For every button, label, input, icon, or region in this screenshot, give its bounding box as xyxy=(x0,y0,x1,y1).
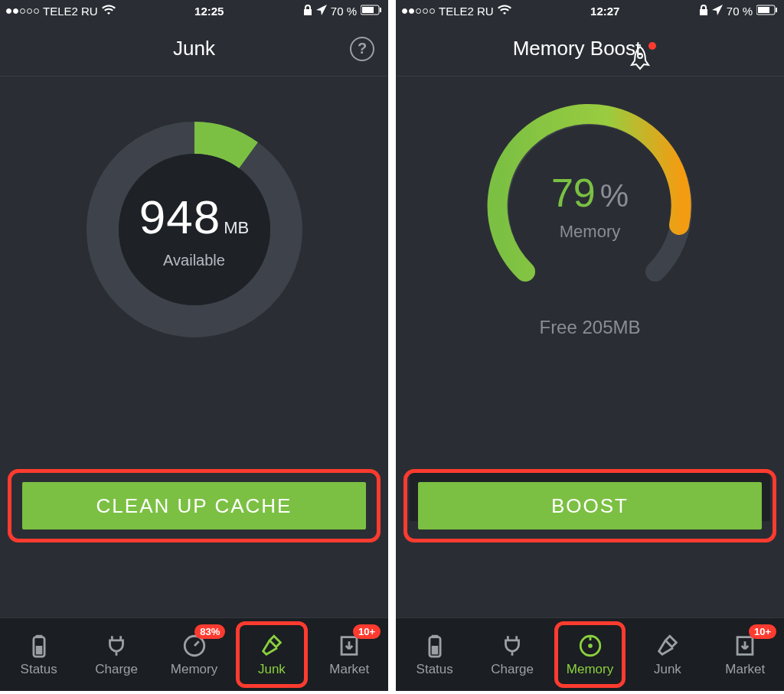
svg-rect-1 xyxy=(362,7,374,13)
tab-junk[interactable]: Junk xyxy=(629,618,706,691)
tab-junk[interactable]: Junk xyxy=(233,618,310,691)
tab-label: Charge xyxy=(491,662,534,677)
donut-unit: MB xyxy=(224,218,249,238)
action-highlight: BOOST xyxy=(403,469,776,542)
nav-bar: Junk ? xyxy=(0,21,388,77)
tab-label: Status xyxy=(416,662,453,677)
status-time: 12:27 xyxy=(590,5,619,18)
memory-label: Memory xyxy=(468,222,713,242)
rocket-button[interactable] xyxy=(627,45,653,76)
location-icon xyxy=(712,5,723,18)
svg-rect-11 xyxy=(776,8,777,12)
lock-icon xyxy=(699,5,708,18)
tab-label: Memory xyxy=(171,662,217,677)
tab-market[interactable]: 10+ Market xyxy=(311,618,388,691)
donut-value: 948 xyxy=(139,190,220,244)
page-title: Junk xyxy=(173,37,215,60)
svg-point-12 xyxy=(638,54,642,58)
donut-value-row: 948 MB xyxy=(139,190,249,244)
wifi-icon xyxy=(498,5,511,18)
memory-pct-unit: % xyxy=(600,178,629,213)
tab-label: Market xyxy=(329,662,369,677)
junk-donut-chart: 948 MB Available xyxy=(80,115,309,344)
nav-bar: Memory Boost xyxy=(396,21,784,77)
content-area: 79% Memory Free 205MB Low on memory, boo… xyxy=(396,77,784,617)
tab-status[interactable]: Status xyxy=(0,618,77,691)
svg-point-19 xyxy=(580,636,600,656)
memory-arc-chart: 79% Memory xyxy=(468,99,713,298)
carrier-label: TELE2 RU xyxy=(439,5,494,18)
tab-badge: 10+ xyxy=(749,624,776,639)
tab-label: Status xyxy=(21,662,57,677)
tab-bar: Status Charge 83% Memory Junk 10+ Market xyxy=(0,617,388,691)
svg-rect-2 xyxy=(380,8,381,12)
junk-screen: TELE2 RU 12:25 70 % Junk ? xyxy=(0,0,388,691)
status-time: 12:25 xyxy=(194,5,224,18)
carrier-label: TELE2 RU xyxy=(43,5,98,18)
tab-label: Junk xyxy=(258,662,286,677)
svg-rect-18 xyxy=(431,646,438,654)
help-icon: ? xyxy=(350,37,374,61)
rocket-icon xyxy=(627,45,653,76)
free-memory-label: Free 205MB xyxy=(539,317,640,338)
plug-icon xyxy=(103,633,129,659)
plug-icon xyxy=(499,633,525,659)
battery-tab-icon xyxy=(26,633,52,659)
status-bar: TELE2 RU 12:27 70 % xyxy=(396,0,784,21)
page-title: Memory Boost xyxy=(513,37,642,60)
tab-status[interactable]: Status xyxy=(396,618,473,691)
memory-pct-row: 79% xyxy=(468,170,713,216)
battery-icon xyxy=(756,5,778,18)
wifi-icon xyxy=(102,5,116,18)
location-icon xyxy=(316,5,327,18)
tab-memory[interactable]: 83% Memory xyxy=(155,618,233,691)
boost-button[interactable]: BOOST xyxy=(418,482,762,529)
cleanup-button-label: CLEAN UP CACHE xyxy=(96,494,292,518)
help-button[interactable]: ? xyxy=(350,37,374,61)
tab-label: Charge xyxy=(95,662,138,677)
battery-icon xyxy=(361,5,382,18)
tab-market[interactable]: 10+ Market xyxy=(707,618,784,691)
tab-label: Memory xyxy=(567,662,613,677)
svg-rect-6 xyxy=(35,634,42,637)
tab-badge: 83% xyxy=(194,624,225,639)
status-bar: TELE2 RU 12:25 70 % xyxy=(0,0,388,21)
svg-point-20 xyxy=(588,643,593,648)
lock-icon xyxy=(303,5,312,18)
battery-tab-icon xyxy=(422,633,448,659)
tab-charge[interactable]: Charge xyxy=(77,618,155,691)
gauge-icon xyxy=(577,633,603,659)
boost-button-label: BOOST xyxy=(551,494,629,518)
svg-rect-17 xyxy=(431,634,438,637)
memory-boost-screen: TELE2 RU 12:27 70 % Memory Boost xyxy=(396,0,784,691)
tab-badge: 10+ xyxy=(353,624,381,639)
tab-bar: Status Charge Memory Junk 10+ Market xyxy=(396,617,784,691)
content-area: 948 MB Available CLEAN UP CACHE xyxy=(0,77,388,617)
donut-sublabel: Available xyxy=(163,252,225,269)
tab-label: Market xyxy=(725,662,765,677)
broom-icon xyxy=(655,633,681,659)
battery-pct: 70 % xyxy=(727,5,753,18)
notification-dot xyxy=(648,42,656,50)
tab-label: Junk xyxy=(654,662,681,677)
signal-icon xyxy=(402,8,435,14)
svg-rect-7 xyxy=(35,646,42,654)
svg-rect-10 xyxy=(758,7,769,13)
signal-icon xyxy=(6,8,39,14)
action-highlight: CLEAN UP CACHE xyxy=(8,469,381,542)
cleanup-button[interactable]: CLEAN UP CACHE xyxy=(22,482,366,529)
battery-pct: 70 % xyxy=(331,5,357,18)
broom-icon xyxy=(259,633,285,659)
tab-charge[interactable]: Charge xyxy=(473,618,550,691)
memory-pct: 79 xyxy=(551,171,596,215)
tab-memory[interactable]: Memory xyxy=(551,618,629,691)
